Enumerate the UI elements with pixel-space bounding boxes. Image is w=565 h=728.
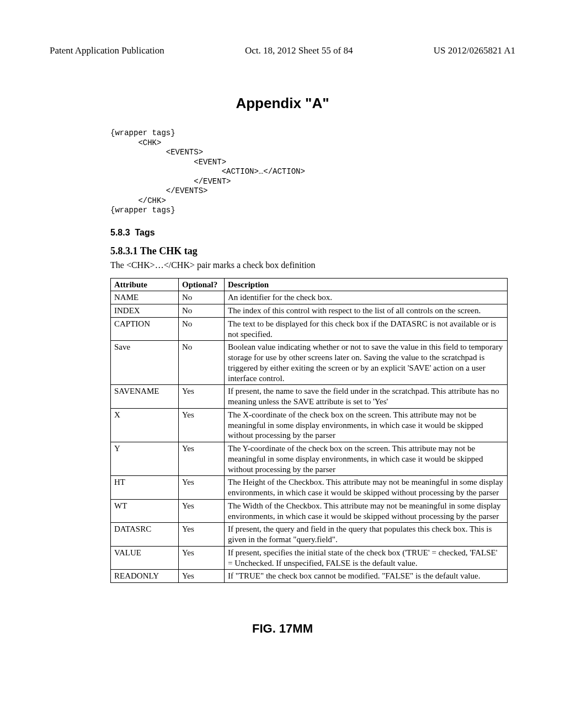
cell-attribute: HT bbox=[111, 476, 179, 500]
cell-attribute: X bbox=[111, 408, 179, 442]
section-number: 5.8.3.1 bbox=[110, 245, 138, 256]
cell-optional: No bbox=[179, 304, 225, 318]
figure-caption: FIG. 17MM bbox=[50, 622, 515, 636]
cell-optional: Yes bbox=[179, 499, 225, 523]
cell-attribute: CAPTION bbox=[111, 317, 179, 341]
table-row: INDEXNoThe index of this control with re… bbox=[111, 304, 508, 318]
header-mid: Oct. 18, 2012 Sheet 55 of 84 bbox=[245, 45, 353, 56]
section-title: Tags bbox=[135, 228, 154, 237]
cell-optional: Yes bbox=[179, 523, 225, 547]
header-right: US 2012/0265821 A1 bbox=[434, 45, 515, 56]
cell-description: The text to be displayed for this check … bbox=[225, 317, 508, 341]
table-row: XYesThe X-coordinate of the check box on… bbox=[111, 408, 508, 442]
section-title: The CHK tag bbox=[140, 245, 198, 256]
cell-description: If present, the name to save the field u… bbox=[225, 385, 508, 409]
table-row: NAMENoAn identifier for the check box. bbox=[111, 291, 508, 304]
cell-optional: Yes bbox=[179, 546, 225, 570]
table-header-row: Attribute Optional? Description bbox=[111, 278, 508, 291]
cell-attribute: SAVENAME bbox=[111, 385, 179, 409]
table-row: HTYesThe Height of the Checkbox. This at… bbox=[111, 476, 508, 500]
cell-description: The index of this control with respect t… bbox=[225, 304, 508, 318]
cell-description: An identifier for the check box. bbox=[225, 291, 508, 304]
cell-attribute: DATASRC bbox=[111, 523, 179, 547]
table-header-optional: Optional? bbox=[179, 278, 225, 291]
header-left: Patent Application Publication bbox=[50, 45, 164, 56]
table-row: SAVENAMEYesIf present, the name to save … bbox=[111, 385, 508, 409]
cell-description: Boolean value indicating whether or not … bbox=[225, 341, 508, 385]
table-row: CAPTIONNoThe text to be displayed for th… bbox=[111, 317, 508, 341]
cell-attribute: VALUE bbox=[111, 546, 179, 570]
table-row: SaveNoBoolean value indicating whether o… bbox=[111, 341, 508, 385]
table-row: VALUEYesIf present, specifies the initia… bbox=[111, 546, 508, 570]
table-header-attribute: Attribute bbox=[111, 278, 179, 291]
cell-optional: Yes bbox=[179, 385, 225, 409]
cell-optional: Yes bbox=[179, 442, 225, 476]
cell-attribute: READONLY bbox=[111, 570, 179, 583]
cell-description: If present, specifies the initial state … bbox=[225, 546, 508, 570]
cell-optional: Yes bbox=[179, 570, 225, 583]
cell-attribute: NAME bbox=[111, 291, 179, 304]
cell-attribute: WT bbox=[111, 499, 179, 523]
cell-optional: No bbox=[179, 341, 225, 385]
cell-optional: No bbox=[179, 291, 225, 304]
section-heading-tags: 5.8.3 Tags bbox=[110, 228, 515, 238]
cell-description: The X-coordinate of the check box on the… bbox=[225, 408, 508, 442]
section-number: 5.8.3 bbox=[110, 228, 130, 237]
cell-attribute: Save bbox=[111, 341, 179, 385]
cell-attribute: INDEX bbox=[111, 304, 179, 318]
code-block: {wrapper tags} <CHK> <EVENTS> <EVENT> <A… bbox=[110, 129, 515, 216]
cell-description: The Height of the Checkbox. This attribu… bbox=[225, 476, 508, 500]
cell-optional: Yes bbox=[179, 476, 225, 500]
page: Patent Application Publication Oct. 18, … bbox=[0, 0, 565, 728]
cell-description: The Y-coordinate of the check box on the… bbox=[225, 442, 508, 476]
section-heading-chk-tag: 5.8.3.1 The CHK tag bbox=[110, 245, 515, 257]
table-row: DATASRCYesIf present, the query and fiel… bbox=[111, 523, 508, 547]
table-row: YYesThe Y-coordinate of the check box on… bbox=[111, 442, 508, 476]
appendix-title: Appendix "A" bbox=[50, 95, 515, 112]
table-row: WTYesThe Width of the Checkbox. This att… bbox=[111, 499, 508, 523]
table-row: READONLYYesIf "TRUE" the check box canno… bbox=[111, 570, 508, 583]
cell-optional: Yes bbox=[179, 408, 225, 442]
section-paragraph: The <CHK>…</CHK> pair marks a check box … bbox=[110, 260, 515, 270]
cell-description: If "TRUE" the check box cannot be modifi… bbox=[225, 570, 508, 583]
cell-description: The Width of the Checkbox. This attribut… bbox=[225, 499, 508, 523]
cell-attribute: Y bbox=[111, 442, 179, 476]
cell-optional: No bbox=[179, 317, 225, 341]
cell-description: If present, the query and field in the q… bbox=[225, 523, 508, 547]
table-header-description: Description bbox=[225, 278, 508, 291]
attribute-table: Attribute Optional? Description NAMENoAn… bbox=[110, 278, 508, 584]
page-header: Patent Application Publication Oct. 18, … bbox=[50, 45, 515, 56]
